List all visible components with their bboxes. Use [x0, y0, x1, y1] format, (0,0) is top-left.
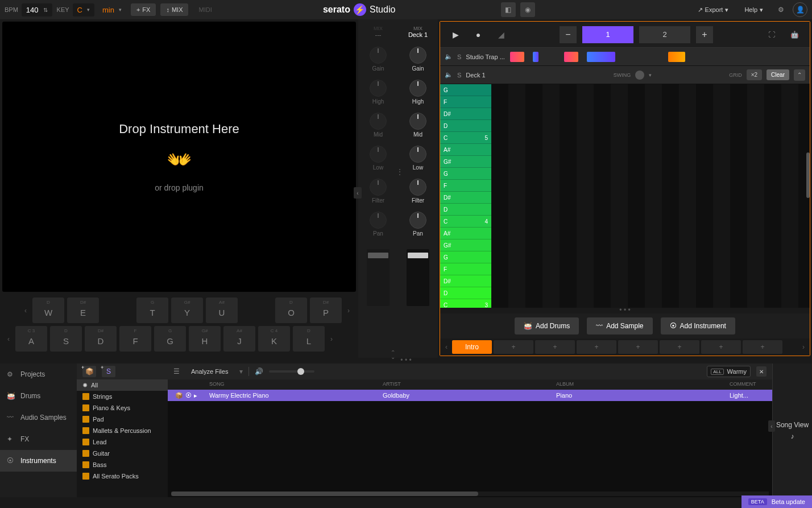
lib-nav-projects[interactable]: ⚙Projects [0, 364, 77, 385]
mix-button[interactable]: ↕ MIX [160, 3, 188, 16]
note-cell[interactable]: G [440, 84, 491, 96]
lib-cat-strings[interactable]: Strings [77, 391, 168, 402]
waveform-display[interactable] [510, 49, 805, 64]
key-pad[interactable]: GT [136, 298, 168, 323]
key-nav-left2[interactable]: ‹ [5, 326, 13, 352]
library-hscroll[interactable] [171, 492, 769, 496]
note-cell[interactable]: D# [440, 108, 491, 120]
lib-nav-fx[interactable]: ✦FX [0, 428, 77, 450]
audio-preview-icon[interactable]: 🔊 [255, 367, 263, 375]
high-knob[interactable] [409, 80, 426, 97]
lib-cat-all[interactable]: ✸All [77, 379, 168, 391]
scene-tab-add-2[interactable]: + [535, 340, 575, 354]
clear-button[interactable]: Clear [767, 69, 789, 80]
lib-cat-mallets-percussion[interactable]: Mallets & Percussion [77, 425, 168, 436]
song-view-collapse-icon[interactable]: ‹ [768, 420, 775, 432]
swing-knob[interactable] [635, 71, 644, 80]
scene-left-icon[interactable]: ‹ [442, 343, 450, 351]
note-column[interactable]: GFD#DC5A#G#GFD#DC4A#G#GFD#DC3 [440, 84, 491, 308]
lib-nav-drums[interactable]: 🥁Drums [0, 385, 77, 407]
filter-knob[interactable] [370, 179, 387, 196]
scrollbar-vertical[interactable] [806, 152, 810, 198]
panel-resize-dots[interactable]: • • • [0, 358, 812, 364]
lib-cat-bass[interactable]: Bass [77, 459, 168, 470]
pan-knob[interactable] [370, 212, 387, 229]
lib-cat-all-serato-packs[interactable]: All Serato Packs [77, 470, 168, 482]
export-button[interactable]: ↗ Export ▾ [692, 3, 735, 16]
page-tab-2[interactable]: 2 [639, 26, 690, 43]
collapse-mix-icon[interactable]: ‹ [354, 187, 362, 199]
note-cell[interactable]: C3 [440, 299, 491, 308]
search-box[interactable]: ALL Warmy [707, 366, 751, 377]
gain-knob[interactable] [370, 47, 387, 64]
scene-tab-add-3[interactable]: + [577, 340, 616, 354]
lib-nav-audio-samples[interactable]: 〰Audio Samples [0, 407, 77, 428]
record-button[interactable]: ● [470, 26, 487, 43]
page-plus-button[interactable]: + [696, 26, 713, 43]
key-nav-right[interactable]: › [345, 298, 353, 323]
robot-icon[interactable]: 🤖 [786, 28, 803, 42]
col-song[interactable]: song [205, 379, 378, 390]
note-cell[interactable]: D [440, 120, 491, 132]
add-drums-button[interactable]: 🥁 Add Drums [515, 317, 579, 334]
lib-nav-instruments[interactable]: ⦿Instruments [0, 450, 77, 472]
toggle-a-icon[interactable]: ◧ [501, 2, 516, 17]
col-comment[interactable]: comment [725, 379, 772, 390]
scene-tab-add-1[interactable]: + [494, 340, 533, 354]
key-pad[interactable]: C 4K [258, 326, 290, 352]
key-value[interactable]: C [73, 3, 94, 16]
key-pad[interactable]: G#H [189, 326, 221, 352]
footer-update[interactable]: BETA Beta update [741, 495, 812, 508]
scene-right-icon[interactable]: › [799, 343, 807, 351]
fader-1[interactable] [367, 249, 390, 306]
key-pad[interactable]: DS [50, 326, 82, 352]
toggle-b-icon[interactable]: ◉ [520, 2, 535, 17]
instrument-drop-zone[interactable]: Drop Instrument Here 👐 or drop plugin [2, 22, 356, 292]
key-pad[interactable]: C 3A [15, 326, 47, 352]
settings-icon[interactable]: ⚙ [773, 2, 788, 17]
resize-dots-icon[interactable]: • • • [440, 308, 810, 313]
scene-tab-intro[interactable]: Intro [452, 340, 492, 354]
note-cell[interactable]: A# [440, 228, 491, 239]
high-knob[interactable] [370, 80, 387, 97]
midi-button[interactable]: MIDI [193, 3, 217, 16]
deck-speaker-icon[interactable]: 🔈 [445, 71, 453, 79]
note-cell[interactable]: C5 [440, 132, 491, 144]
page-minus-button[interactable]: − [560, 26, 577, 43]
note-cell[interactable]: G# [440, 239, 491, 251]
add-pack-orange-button[interactable]: +📦 [82, 366, 96, 377]
fullscreen-icon[interactable]: ⛶ [763, 28, 780, 42]
scene-tab-add-4[interactable]: + [618, 340, 658, 354]
note-cell[interactable]: D [440, 204, 491, 216]
pan-knob[interactable] [409, 212, 426, 229]
key-pad[interactable]: A#J [223, 326, 255, 352]
play-button[interactable]: ▶ [447, 26, 464, 43]
scene-tab-add-7[interactable]: + [743, 340, 782, 354]
key-pad[interactable]: FF [119, 326, 151, 352]
col-artist[interactable]: artist [378, 379, 552, 390]
key-pad[interactable]: D#E [67, 298, 99, 323]
key-pad[interactable]: GG [154, 326, 186, 352]
mid-knob[interactable] [370, 113, 387, 130]
analyze-button[interactable]: Analyze Files [185, 366, 234, 377]
volume-slider[interactable] [269, 370, 314, 373]
key-pad[interactable]: D#D [85, 326, 117, 352]
drag-dots-icon[interactable]: ⋮ [396, 167, 404, 176]
key-pad[interactable]: DW [32, 298, 64, 323]
lib-cat-pad[interactable]: Pad [77, 414, 168, 425]
bpm-value[interactable]: 140 [22, 3, 52, 16]
list-view-icon[interactable]: ☰ [173, 367, 180, 375]
note-cell[interactable]: F [440, 180, 491, 192]
key-pad[interactable]: DO [275, 298, 307, 323]
page-tab-1[interactable]: 1 [582, 26, 633, 43]
user-avatar-icon[interactable]: 👤 [793, 2, 807, 17]
fader-2[interactable] [407, 249, 429, 306]
sequencer-grid[interactable] [491, 84, 810, 308]
metronome-icon[interactable]: ◢ [492, 26, 509, 43]
note-cell[interactable]: A# [440, 144, 491, 156]
note-cell[interactable]: C4 [440, 216, 491, 228]
note-cell[interactable]: F [440, 96, 491, 108]
note-cell[interactable]: D [440, 287, 491, 299]
low-knob[interactable] [409, 146, 426, 163]
add-pack-purple-button[interactable]: +S [102, 366, 115, 377]
